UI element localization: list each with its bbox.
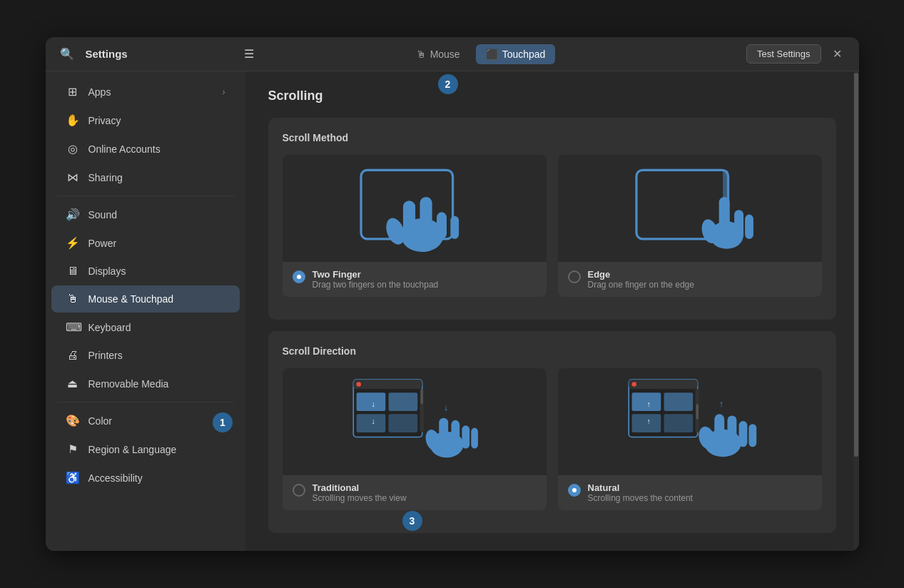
two-finger-desc: Drag two fingers on the touchpad <box>313 280 439 290</box>
option-traditional[interactable]: ↓ ↓ <box>283 368 547 510</box>
mouse-touchpad-icon: 🖱 <box>66 293 80 305</box>
svg-point-16 <box>356 382 360 386</box>
natural-text: Natural Scrolling moves the content <box>588 482 693 503</box>
power-icon: ⚡ <box>66 236 80 250</box>
option-natural[interactable]: ↑ ↑ <box>558 368 822 510</box>
svg-text:↑: ↑ <box>646 400 650 408</box>
mouse-icon: 🖱 <box>416 49 426 60</box>
sidebar-item-accessibility[interactable]: ♿ Accessibility <box>51 464 240 492</box>
sidebar-label-removable-media: Removable Media <box>88 378 225 390</box>
sidebar-item-privacy[interactable]: ✋ Privacy <box>51 106 240 134</box>
edge-label: Edge <box>588 269 694 280</box>
svg-point-34 <box>631 382 636 386</box>
svg-text:↑: ↑ <box>718 398 723 409</box>
sidebar-divider-1 <box>57 196 234 196</box>
privacy-icon: ✋ <box>66 113 80 127</box>
sidebar-item-mouse-touchpad[interactable]: 🖱 Mouse & Touchpad <box>51 285 240 313</box>
edge-desc: Drag one finger on the edge <box>588 280 694 290</box>
scroll-method-options: Two Finger Drag two fingers on the touch… <box>283 155 822 297</box>
sidebar-item-displays[interactable]: 🖥 Displays <box>51 258 240 285</box>
test-settings-button[interactable]: Test Settings <box>746 44 821 64</box>
sidebar-item-printers[interactable]: 🖨 Printers <box>51 342 240 369</box>
natural-radio[interactable] <box>568 484 581 497</box>
sidebar-label-displays: Displays <box>88 265 225 277</box>
svg-text:↑: ↑ <box>646 417 650 425</box>
sidebar-item-power[interactable]: ⚡ Power <box>51 229 240 257</box>
sidebar-label-sharing: Sharing <box>88 172 225 183</box>
apps-icon: ⊞ <box>66 85 80 98</box>
scrollbar-track[interactable] <box>853 71 859 551</box>
sidebar-item-apps[interactable]: ⊞ Apps › <box>51 78 240 106</box>
two-finger-radio[interactable] <box>293 270 305 283</box>
region-icon: ⚑ <box>66 442 80 456</box>
traditional-radio[interactable] <box>293 484 305 497</box>
sound-icon: 🔊 <box>66 208 80 221</box>
sidebar-item-color[interactable]: 🎨 Color <box>51 407 240 435</box>
svg-rect-4 <box>437 212 447 239</box>
natural-illustration: ↑ ↑ <box>558 368 822 475</box>
traditional-label: Traditional <box>313 482 407 493</box>
two-finger-text: Two Finger Drag two fingers on the touch… <box>313 269 439 290</box>
option-edge[interactable]: Edge Drag one finger on the edge <box>558 155 822 297</box>
settings-window: 🔍 Settings ☰ 🖱 Mouse ⬛ Touchpad Test Set… <box>46 37 859 551</box>
traditional-desc: Scrolling moves the view <box>313 493 407 503</box>
section-title: Scrolling <box>268 88 836 103</box>
svg-rect-3 <box>420 197 432 237</box>
svg-rect-11 <box>734 210 743 239</box>
sidebar: ⊞ Apps › ✋ Privacy ◎ Online Accounts ⋈ S… <box>46 71 245 551</box>
titlebar-left: 🔍 Settings ☰ <box>57 44 257 64</box>
sidebar-label-accessibility: Accessibility <box>88 472 225 484</box>
svg-rect-40 <box>696 404 698 419</box>
svg-rect-15 <box>353 380 422 389</box>
edge-radio-row: Edge Drag one finger on the edge <box>558 262 822 297</box>
sidebar-label-privacy: Privacy <box>88 115 225 126</box>
scrollbar-thumb[interactable] <box>854 73 858 457</box>
scroll-method-title: Scroll Method <box>283 132 822 143</box>
touchpad-icon: ⬛ <box>486 49 498 60</box>
natural-desc: Scrolling moves the content <box>588 493 693 503</box>
sidebar-item-region-language[interactable]: ⚑ Region & Language <box>51 435 240 463</box>
svg-text:↓: ↓ <box>371 417 375 425</box>
tab-mouse[interactable]: 🖱 Mouse <box>406 44 470 64</box>
svg-text:↓: ↓ <box>371 400 375 408</box>
svg-rect-44 <box>714 414 724 447</box>
svg-rect-22 <box>420 389 422 404</box>
svg-rect-12 <box>745 215 753 239</box>
menu-button[interactable]: ☰ <box>241 44 257 64</box>
close-button[interactable]: ✕ <box>827 44 848 64</box>
search-button[interactable]: 🔍 <box>57 44 77 64</box>
natural-radio-row: Natural Scrolling moves the content <box>558 475 822 510</box>
sidebar-label-region-language: Region & Language <box>88 444 225 455</box>
svg-rect-38 <box>664 414 693 432</box>
sidebar-label-printers: Printers <box>88 350 225 361</box>
online-accounts-icon: ◎ <box>66 142 80 156</box>
titlebar-right: Test Settings ✕ <box>705 44 848 64</box>
accessibility-icon: ♿ <box>66 471 80 485</box>
edge-radio[interactable] <box>568 270 581 283</box>
sidebar-label-mouse-touchpad: Mouse & Touchpad <box>88 293 225 305</box>
sidebar-item-sound[interactable]: 🔊 Sound <box>51 201 240 228</box>
option-two-finger[interactable]: Two Finger Drag two fingers on the touch… <box>283 155 547 297</box>
sharing-icon: ⋈ <box>66 171 80 184</box>
svg-rect-20 <box>388 414 417 432</box>
tab-touchpad[interactable]: ⬛ Touchpad <box>476 44 556 64</box>
svg-rect-2 <box>402 201 415 239</box>
sidebar-item-online-accounts[interactable]: ◎ Online Accounts <box>51 135 240 163</box>
window-title: Settings <box>86 48 128 60</box>
chevron-icon: › <box>223 87 225 97</box>
sidebar-label-online-accounts: Online Accounts <box>88 143 225 155</box>
traditional-text: Traditional Scrolling moves the view <box>313 482 407 503</box>
svg-text:↓: ↓ <box>443 402 447 412</box>
sidebar-item-removable-media[interactable]: ⏏ Removable Media <box>51 370 240 397</box>
svg-rect-10 <box>718 197 729 239</box>
traditional-illustration: ↓ ↓ <box>283 368 547 475</box>
traditional-radio-row: Traditional Scrolling moves the view <box>283 475 547 510</box>
svg-rect-28 <box>462 425 469 448</box>
svg-rect-18 <box>388 392 417 411</box>
sidebar-label-sound: Sound <box>88 209 225 220</box>
content-area: 1 Scrolling 2 Scroll Method <box>245 71 859 551</box>
sidebar-item-sharing[interactable]: ⋈ Sharing <box>51 163 240 191</box>
annotation-3: 3 <box>402 511 422 531</box>
sidebar-item-keyboard[interactable]: ⌨ Keyboard <box>51 313 240 341</box>
svg-rect-47 <box>748 424 756 447</box>
